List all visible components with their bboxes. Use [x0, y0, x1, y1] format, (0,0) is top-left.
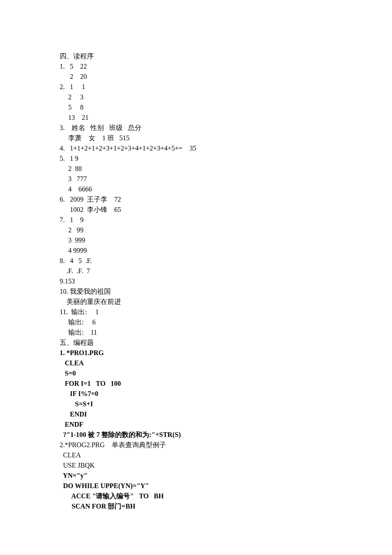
text-line: SCAN FOR 部门=BH [60, 501, 332, 512]
text-line: 4. 1+1+2+1+2+3+1+2+3+4+1+2+3+4+5+= 35 [60, 143, 332, 153]
text-line: ?"1-100 被 7 整除的数的和为:"+STR(S) [60, 430, 332, 440]
text-line: 9.153 [60, 276, 332, 286]
text-line: 2.*PROG2.PRG 单表查询典型例子 [60, 440, 332, 450]
text-line: 7. 1 9 [60, 215, 332, 225]
text-line: 美丽的重庆在前进 [60, 297, 332, 307]
text-line: DO WHILE UPPE(YN)="Y" [60, 481, 332, 491]
text-line: 3. 姓名 性别 班级 总分 [60, 123, 332, 133]
text-line: 2 3 [60, 92, 332, 102]
text-line: 四、读程序 [60, 51, 332, 61]
text-line: USE JBQK [60, 460, 332, 471]
text-line: FOR I=1 TO 100 [60, 379, 332, 389]
text-line: 五、编程题 [60, 338, 332, 348]
text-line: 1. *PRO1.PRG [60, 348, 332, 358]
text-line: 8. 4 5 .F. [60, 256, 332, 266]
text-line: 2 99 [60, 225, 332, 235]
text-line: 4 9999 [60, 246, 332, 256]
text-line: 1002 李小锋 65 [60, 205, 332, 215]
text-line: CLEA [60, 450, 332, 460]
text-line: YN="y" [60, 471, 332, 481]
text-line: 3 777 [60, 174, 332, 184]
text-line: 2 20 [60, 72, 332, 82]
document-page: 四、读程序1. 5 22 2 202. 1 1 2 3 5 8 13 213. … [0, 0, 392, 555]
text-line: 1. 5 22 [60, 61, 332, 72]
text-line: 4 6666 [60, 184, 332, 194]
text-line: S=S+I [60, 399, 332, 409]
text-line: IF I%7=0 [60, 389, 332, 399]
text-line: ACCE "请输入编号" TO BH [60, 491, 332, 501]
text-line: .F. .F. 7 [60, 266, 332, 276]
text-line: CLEA [60, 358, 332, 368]
text-line: ENDF [60, 419, 332, 430]
text-line: 5 8 [60, 102, 332, 113]
text-line: 5. 1 9 [60, 153, 332, 164]
text-line: 2. 1 1 [60, 82, 332, 92]
text-line: 6. 2009 王子李 72 [60, 194, 332, 205]
text-line: 11. 输出: 1 [60, 307, 332, 317]
text-line: 10. 我爱我的祖国 [60, 286, 332, 297]
text-line: 输出: 11 [60, 327, 332, 338]
text-line: 13 21 [60, 113, 332, 123]
text-line: 李萧 女 1 班 515 [60, 133, 332, 143]
text-line: 3 999 [60, 235, 332, 246]
text-line: 2 88 [60, 164, 332, 174]
text-line: ENDI [60, 409, 332, 419]
text-line: S=0 [60, 368, 332, 379]
text-line: 输出: 6 [60, 317, 332, 327]
